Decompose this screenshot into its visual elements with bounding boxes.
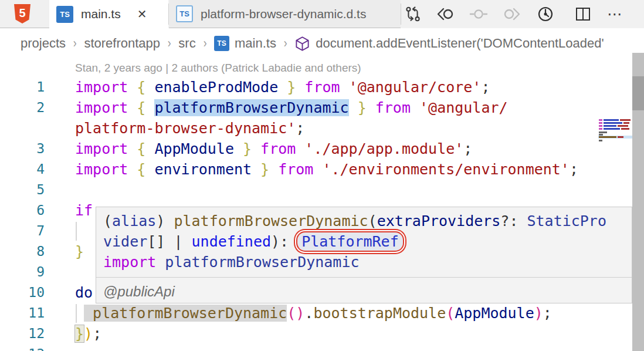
scrollbar-track[interactable]: [632, 53, 644, 351]
more-actions-icon[interactable]: ⋯: [606, 5, 625, 23]
indent-guide: [76, 304, 77, 323]
minimap-segment: [604, 122, 622, 124]
breadcrumb: projects › storefrontapp › src › TS main…: [0, 28, 644, 59]
code-token: platformBrowserDynamic: [154, 99, 348, 116]
code-token: ): [534, 305, 543, 322]
minimap-segment: [620, 119, 631, 121]
code-token: [] |: [147, 233, 191, 250]
tooltip-jsdoc-tag: @publicApi: [96, 278, 632, 300]
minimap-segment: [599, 125, 602, 127]
code-token: import: [75, 99, 137, 116]
code-token: }: [75, 243, 84, 260]
code-token: environment: [154, 161, 252, 178]
code-token: ;: [93, 325, 101, 342]
typescript-icon: TS: [56, 6, 73, 23]
code-token: from: [367, 99, 419, 116]
tab-label: platform-browser-dynamic.d.ts: [201, 7, 366, 21]
tooltip-line: vider[] | undefined): PlatformRef: [103, 231, 632, 252]
code-token: }: [349, 99, 367, 116]
navigate-back-icon[interactable]: [436, 5, 455, 23]
minimap-segment: [599, 122, 602, 124]
code-token: (: [103, 212, 112, 230]
code-token: from: [252, 140, 304, 157]
breadcrumb-item-src[interactable]: src: [178, 36, 195, 51]
git-compare-icon[interactable]: [404, 5, 422, 23]
symbol-cube-icon: [294, 36, 310, 52]
code-token: {: [137, 161, 154, 178]
code-editor[interactable]: Stan, 2 years ago | 2 authors (Patrick L…: [0, 59, 644, 351]
code-token: StaticPro: [527, 212, 606, 230]
code-token: }: [234, 140, 252, 157]
chevron-right-icon: ›: [203, 36, 206, 51]
code-token: ?:: [500, 212, 527, 230]
code-token: bootstrapModule: [313, 305, 446, 322]
typescript-icon-outline: TS: [176, 5, 193, 22]
code-token: }: [75, 325, 84, 342]
indent-guide: [76, 222, 77, 241]
split-editor-icon[interactable]: [574, 5, 592, 23]
git-blame-annotation: Stan, 2 years ago | 2 authors (Patrick L…: [75, 62, 361, 75]
breadcrumb-item-main-ts[interactable]: main.ts: [235, 36, 276, 51]
code-token: vider: [103, 233, 147, 250]
code-token: '@angular/core': [349, 79, 482, 96]
code-token: extraProviders: [377, 212, 501, 230]
code-line[interactable]: import { enableProdMode } from '@angular…: [0, 77, 595, 97]
code-token: platformBrowserDynamic: [165, 254, 359, 271]
minimap-segment: [623, 122, 629, 124]
minimap-line: [599, 119, 632, 121]
minimap-line: [599, 122, 631, 124]
tab-main-ts[interactable]: TS main.ts ✕: [49, 0, 168, 28]
annotated-type-link[interactable]: PlatformRef: [297, 232, 403, 251]
tooltip-line: (alias) platformBrowserDynamic(extraProv…: [103, 211, 632, 231]
minimap-segment: [604, 125, 616, 127]
code-token: ;: [570, 161, 578, 178]
code-token: (): [287, 305, 304, 322]
line-number: 9: [0, 262, 45, 282]
minimap-segment: [599, 140, 602, 141]
code-line[interactable]: platform-browser-dynamic';: [0, 118, 595, 139]
code-token: platformBrowserDynamic: [174, 212, 368, 230]
code-line[interactable]: platformBrowserDynamic().bootstrapModule…: [0, 303, 595, 323]
navigate-current-icon[interactable]: [469, 5, 488, 23]
code-token: AppModule: [455, 305, 534, 322]
minimap-line: [599, 125, 629, 127]
navigate-forward-icon[interactable]: [502, 5, 521, 23]
code-line[interactable]: import { AppModule } from './app/app.mod…: [0, 139, 595, 159]
code-token: ): [156, 212, 174, 230]
code-token: from: [296, 79, 348, 96]
code-token: (: [446, 305, 455, 322]
minimap-segment: [599, 136, 616, 138]
code-token: {: [137, 140, 154, 157]
code-line[interactable]: });: [0, 323, 595, 344]
breadcrumb-item-projects[interactable]: projects: [21, 36, 66, 51]
code-token: }: [252, 161, 269, 178]
minimap-line: [599, 128, 631, 130]
minimap-segment: [621, 128, 629, 130]
scrollbar-thumb[interactable]: [632, 76, 644, 110]
code-line[interactable]: import { platformBrowserDynamic } from '…: [0, 97, 595, 118]
breadcrumb-item-symbol[interactable]: document.addEventListener('DOMContentLoa…: [316, 36, 604, 51]
tooltip-signature: (alias) platformBrowserDynamic(extraProv…: [96, 207, 632, 275]
tab-label: main.ts: [81, 7, 121, 21]
code-token: do: [75, 284, 93, 301]
code-token: import: [75, 161, 137, 178]
chevron-right-icon: ›: [168, 36, 171, 51]
code-token: (: [368, 212, 377, 230]
run-icon[interactable]: [536, 5, 555, 23]
breadcrumb-item-storefrontapp[interactable]: storefrontapp: [84, 36, 160, 51]
code-token: ):: [271, 233, 297, 250]
code-token: }: [278, 79, 296, 96]
code-token: ;: [296, 120, 304, 137]
minimap-segment: [599, 128, 602, 130]
code-token: import: [75, 140, 137, 157]
code-token: ;: [463, 140, 472, 157]
code-token: './app/app.module': [304, 140, 463, 157]
close-icon[interactable]: ✕: [137, 7, 147, 21]
code-token: AppModule: [154, 140, 233, 157]
tab-platform-browser-dynamic[interactable]: TS platform-browser-dynamic.d.ts: [169, 0, 401, 28]
code-token: undefined: [192, 233, 271, 250]
chevron-right-icon: ›: [284, 36, 287, 51]
code-token: enableProdMode: [154, 79, 278, 96]
code-line[interactable]: import { environment } from './environme…: [0, 159, 595, 180]
code-token: platformBrowserDynamic: [84, 305, 287, 322]
